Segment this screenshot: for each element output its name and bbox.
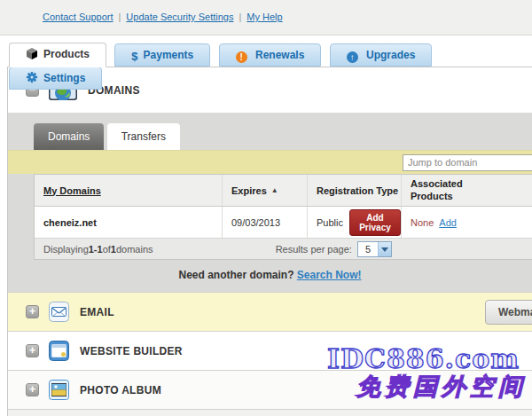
- tab-label: Settings: [43, 72, 85, 84]
- section-website-builder: WEBSITE BUILDER: [8, 331, 532, 370]
- tab-label: Payments: [144, 49, 194, 61]
- header-associated-products: Associated Products: [402, 175, 532, 206]
- registration-type: Public: [317, 217, 343, 228]
- separator: [239, 12, 241, 22]
- header-my-domains: My Domains: [35, 175, 223, 206]
- search-now-link[interactable]: Search Now!: [297, 269, 362, 281]
- tab-label: Transfers: [121, 130, 166, 143]
- dollar-icon: [131, 46, 137, 67]
- domains-table: My Domains Expires ▲ Registration Type A…: [34, 174, 532, 260]
- tab-upgrades[interactable]: Upgrades: [330, 43, 433, 67]
- expand-icon[interactable]: [26, 305, 39, 318]
- separator: [119, 12, 121, 22]
- email-section-title: EMAIL: [80, 306, 114, 318]
- tab-label: Renewals: [255, 49, 304, 61]
- jump-to-domain-input[interactable]: [403, 154, 532, 171]
- cell-expires: 09/03/2013: [223, 207, 308, 238]
- sort-my-domains-link[interactable]: My Domains: [43, 185, 101, 196]
- cell-associated-products: None Add: [402, 207, 532, 238]
- cell-domain: cheneiz.net: [35, 207, 223, 238]
- cell-registration-type: Public Add Privacy: [308, 207, 402, 238]
- domain-promo: Need another domain? Search Now!: [8, 260, 532, 292]
- chevron-down-icon: [378, 242, 391, 256]
- photo-album-icon: [49, 380, 69, 400]
- expand-icon[interactable]: [26, 383, 39, 396]
- section-email: EMAIL Webmail Login: [8, 292, 532, 331]
- promo-question: Need another domain?: [178, 269, 293, 281]
- header-label: Registration Type: [317, 185, 398, 196]
- content-panel: DOMAINS Domains Transfers My Domains Exp…: [7, 67, 532, 416]
- email-icon: [49, 302, 69, 322]
- photo-album-section-title: PHOTO ALBUM: [80, 384, 161, 396]
- add-product-link[interactable]: Add: [439, 217, 457, 228]
- table-footer: Displaying 1-1 of 1 domains Results per …: [35, 238, 532, 259]
- table-row: cheneiz.net 09/03/2013 Public Add Privac…: [35, 207, 532, 238]
- tab-payments[interactable]: Payments: [114, 43, 210, 67]
- results-per-page-select[interactable]: 5: [357, 241, 392, 257]
- tab-settings[interactable]: Settings: [9, 67, 102, 90]
- website-builder-section-title: WEBSITE BUILDER: [80, 345, 183, 357]
- main-tab-bar: Products Payments Renewals Upgrades Sett…: [0, 35, 532, 67]
- header-registration-type: Registration Type: [308, 175, 402, 206]
- jump-bar: [8, 150, 532, 174]
- tab-products[interactable]: Products: [9, 43, 106, 67]
- gear-icon: [26, 69, 38, 90]
- domain-name[interactable]: cheneiz.net: [43, 217, 97, 228]
- displaying-text: Displaying: [43, 244, 89, 255]
- alert-icon: [236, 51, 247, 63]
- update-security-settings-link[interactable]: Update Security Settings: [126, 12, 233, 22]
- header-label: Associated Products: [411, 178, 474, 203]
- topbar: Contact SupportUpdate Security SettingsM…: [0, 0, 532, 35]
- tab-label: Domains: [48, 130, 90, 143]
- table-header-row: My Domains Expires ▲ Registration Type A…: [35, 175, 532, 207]
- domains-panel: Domains Transfers My Domains Expires ▲ R…: [8, 113, 532, 292]
- displaying-of: of: [103, 244, 111, 255]
- sort-asc-icon: ▲: [271, 186, 278, 194]
- upgrade-icon: [347, 51, 358, 63]
- domains-inner-tabs: Domains Transfers: [8, 113, 532, 150]
- add-privacy-button[interactable]: Add Privacy: [349, 209, 401, 236]
- tab-domains[interactable]: Domains: [34, 123, 104, 150]
- header-expires[interactable]: Expires ▲: [223, 175, 308, 206]
- select-value: 5: [358, 244, 378, 255]
- header-label: Expires: [231, 185, 267, 196]
- tab-label: Upgrades: [366, 49, 415, 61]
- tab-renewals[interactable]: Renewals: [219, 43, 322, 67]
- section-photo-album: PHOTO ALBUM: [8, 370, 532, 409]
- results-per-page: Results per page: 5: [276, 241, 392, 257]
- package-icon: [26, 45, 38, 67]
- tab-transfers[interactable]: Transfers: [107, 123, 180, 150]
- displaying-suffix: domains: [116, 244, 153, 255]
- associated-products-value: None: [411, 217, 434, 228]
- tab-label: Products: [43, 48, 90, 60]
- results-per-page-label: Results per page:: [276, 244, 352, 255]
- expires-date: 09/03/2013: [231, 217, 280, 228]
- displaying-range: 1-1: [89, 244, 103, 255]
- contact-support-link[interactable]: Contact Support: [43, 12, 113, 22]
- webmail-login-button[interactable]: Webmail Login: [485, 300, 532, 325]
- my-help-link[interactable]: My Help: [246, 12, 282, 22]
- expand-icon[interactable]: [26, 344, 39, 357]
- bottom-spacer: [8, 409, 532, 416]
- website-builder-icon: [49, 341, 69, 361]
